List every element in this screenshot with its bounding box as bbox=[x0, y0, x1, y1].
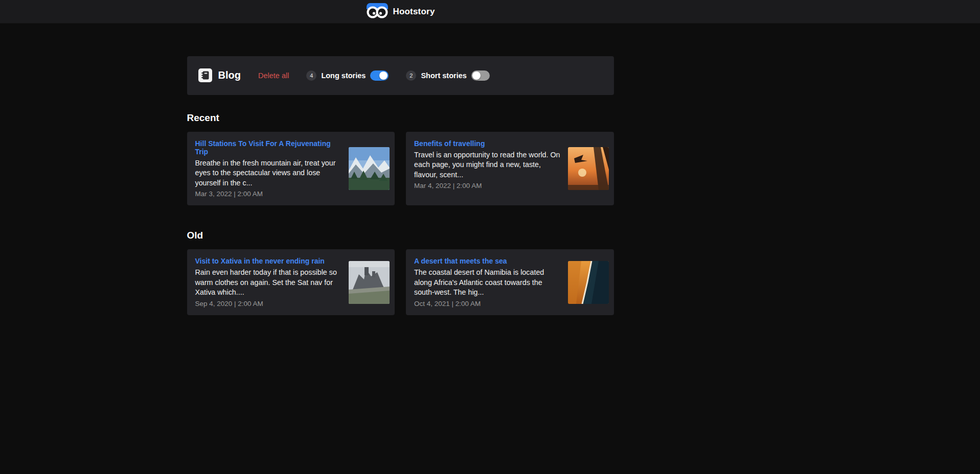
post-excerpt: Breathe in the fresh mountain air, treat… bbox=[195, 158, 343, 188]
post-date: Mar 3, 2022 | 2:00 AM bbox=[195, 190, 343, 198]
toggle-knob bbox=[379, 72, 388, 80]
post-excerpt: The coastal desert of Namibia is located… bbox=[414, 268, 562, 298]
post-card: Benefits of travelling Travel is an oppo… bbox=[406, 132, 614, 206]
post-card-body: A desert that meets the sea The coastal … bbox=[414, 257, 562, 307]
blog-toolbar: Blog Delete all 4 Long stories 2 Short s… bbox=[187, 56, 614, 95]
long-stories-count-badge: 4 bbox=[306, 70, 316, 81]
post-excerpt: Rain even harder today if that is possib… bbox=[195, 268, 343, 298]
long-stories-toggle[interactable] bbox=[370, 70, 389, 81]
post-card-body: Hill Stations To Visit For A Rejuvenatin… bbox=[195, 139, 343, 198]
post-card-body: Visit to Xativa in the never ending rain… bbox=[195, 257, 343, 307]
short-stories-label: Short stories bbox=[421, 72, 466, 80]
brand-name: Hootstory bbox=[393, 7, 435, 17]
old-cards-grid: Visit to Xativa in the never ending rain… bbox=[187, 249, 614, 315]
page-title: Blog bbox=[218, 69, 241, 81]
short-stories-filter: 2 Short stories bbox=[406, 70, 489, 81]
post-title-link[interactable]: Benefits of travelling bbox=[414, 139, 562, 148]
content-zone: Blog Delete all 4 Long stories 2 Short s… bbox=[0, 23, 801, 346]
section-recent: Recent Hill Stations To Visit For A Reju… bbox=[187, 112, 614, 206]
post-thumbnail-airplane-sunset-window[interactable] bbox=[568, 147, 609, 190]
hootstory-owl-logo-icon bbox=[366, 3, 389, 21]
main-container: Blog Delete all 4 Long stories 2 Short s… bbox=[187, 23, 614, 346]
post-date: Oct 4, 2021 | 2:00 AM bbox=[414, 300, 562, 307]
delete-all-button[interactable]: Delete all bbox=[258, 72, 289, 80]
post-thumbnail-castle-on-hill[interactable] bbox=[349, 261, 390, 304]
post-card-body: Benefits of travelling Travel is an oppo… bbox=[414, 139, 562, 198]
section-heading-recent: Recent bbox=[187, 112, 614, 124]
post-card: A desert that meets the sea The coastal … bbox=[406, 249, 614, 315]
section-heading-old: Old bbox=[187, 230, 614, 241]
section-old: Old Visit to Xativa in the never ending … bbox=[187, 230, 614, 315]
journal-icon bbox=[198, 68, 212, 82]
top-navbar: Hootstory bbox=[0, 0, 980, 23]
toggle-knob bbox=[472, 72, 481, 80]
post-date: Sep 4, 2020 | 2:00 AM bbox=[195, 300, 343, 307]
post-title-link[interactable]: A desert that meets the sea bbox=[414, 257, 562, 265]
recent-cards-grid: Hill Stations To Visit For A Rejuvenatin… bbox=[187, 132, 614, 206]
post-date: Mar 4, 2022 | 2:00 AM bbox=[414, 182, 562, 189]
long-stories-label: Long stories bbox=[321, 72, 366, 80]
post-excerpt: Travel is an opportunity to read the wor… bbox=[414, 150, 562, 180]
short-stories-toggle[interactable] bbox=[471, 70, 490, 81]
post-card: Visit to Xativa in the never ending rain… bbox=[187, 249, 395, 315]
post-title-link[interactable]: Hill Stations To Visit For A Rejuvenatin… bbox=[195, 139, 343, 156]
post-title-link[interactable]: Visit to Xativa in the never ending rain bbox=[195, 257, 343, 265]
navbar-inner: Hootstory bbox=[0, 0, 801, 23]
post-card: Hill Stations To Visit For A Rejuvenatin… bbox=[187, 132, 395, 206]
long-stories-filter: 4 Long stories bbox=[306, 70, 389, 81]
post-thumbnail-mountain-landscape[interactable] bbox=[349, 147, 390, 190]
brand[interactable]: Hootstory bbox=[366, 3, 435, 21]
post-thumbnail-desert-coastline[interactable] bbox=[568, 261, 609, 304]
short-stories-count-badge: 2 bbox=[406, 70, 416, 81]
